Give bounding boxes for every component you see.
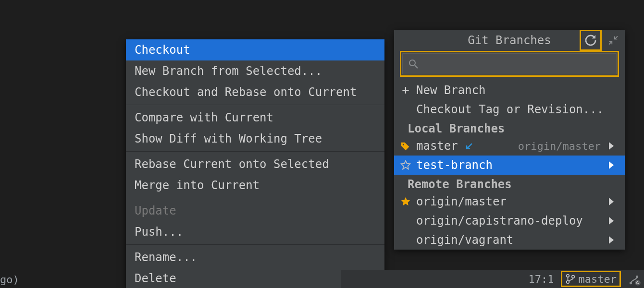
remote-branch-origin-capistrano-deploy[interactable]: origin/capistrano-deploy [394,211,625,230]
svg-point-4 [566,281,569,284]
menu-item-label: Update [135,204,176,217]
star-filled-icon [399,196,412,207]
incoming-commits-icon [465,141,474,151]
line-column-indicator[interactable]: 17:1 [529,273,554,285]
menu-item-compare-with-current[interactable]: Compare with Current [126,107,384,128]
collapse-diagonal-icon [608,35,619,46]
menu-item-label: Push... [135,225,183,239]
menu-item-merge-into-current[interactable]: Merge into Current [126,175,384,196]
svg-point-6 [630,282,632,284]
search-icon [408,58,419,70]
branch-name: origin/vagrant [416,233,513,247]
menu-item-label: Delete [135,272,176,285]
menu-item-label: New Branch from Selected... [135,64,322,78]
git-branch-icon [565,274,576,284]
menu-item-label: Checkout and Rebase onto Current [135,85,357,99]
git-branches-header: Git Branches [394,30,625,51]
current-branch-indicator[interactable]: master [561,271,621,287]
local-branches-header: Local Branches [394,119,625,136]
action-label: New Branch [416,84,486,97]
chevron-right-icon [608,217,616,225]
svg-point-0 [409,60,415,66]
branch-name: origin/master [416,195,507,208]
chevron-right-icon [608,142,616,150]
branch-search-input[interactable] [424,58,611,70]
menu-item-push[interactable]: Push... [126,221,384,242]
branch-name: test-branch [416,158,493,172]
menu-item-rebase-current-onto-selected[interactable]: Rebase Current onto Selected [126,154,384,175]
menu-item-checkout-rebase-onto-current[interactable]: Checkout and Rebase onto Current [126,82,384,103]
remote-branches-header: Remote Branches [394,175,625,192]
fetch-button[interactable] [580,30,602,51]
editor-text-fragment: go) [0,274,19,286]
svg-point-5 [571,276,574,278]
menu-item-label: Rename... [135,251,197,264]
branch-name: master [416,139,458,153]
branch-search-highlight [400,51,619,77]
git-branches-popup: Git Branches New Branch [394,30,625,250]
svg-line-1 [415,65,418,68]
chevron-right-icon [608,161,616,169]
branches-list: New Branch Checkout Tag or Revision... L… [394,81,625,250]
checkout-tag-action[interactable]: Checkout Tag or Revision... [394,100,625,119]
menu-separator [126,244,384,245]
menu-item-checkout[interactable]: Checkout [126,39,384,60]
menu-item-label: Checkout [135,43,190,57]
local-branch-master[interactable]: master origin/master [394,136,625,156]
chevron-right-icon [608,236,616,244]
svg-point-8 [635,280,641,286]
menu-item-label: Merge into Current [135,179,260,192]
action-label: Checkout Tag or Revision... [416,103,604,116]
menu-separator [126,105,384,105]
menu-item-label: Compare with Current [135,111,273,124]
menu-separator [126,151,384,152]
tracking-label: origin/master [518,140,601,152]
menu-item-update: Update [126,200,384,221]
status-bar: 17:1 master [341,270,644,288]
menu-item-label: Show Diff with Working Tree [135,132,322,145]
svg-point-7 [636,276,638,278]
menu-separator [126,198,384,198]
remote-branch-origin-vagrant[interactable]: origin/vagrant [394,230,625,250]
chevron-right-icon [608,198,616,205]
remote-branch-origin-master[interactable]: origin/master [394,192,625,211]
tag-icon [399,141,412,151]
local-branch-test-branch[interactable]: test-branch [394,156,625,175]
branch-name: origin/capistrano-deploy [416,214,583,228]
menu-item-new-branch-from-selected[interactable]: New Branch from Selected... [126,60,384,82]
restore-popup-size-button[interactable] [607,34,620,47]
menu-item-show-diff-working-tree[interactable]: Show Diff with Working Tree [126,128,384,149]
svg-point-3 [566,275,569,277]
menu-item-label: Rebase Current onto Selected [135,157,329,171]
branch-search-box[interactable] [402,53,617,74]
current-branch-name: master [579,273,617,285]
star-outline-icon [399,160,412,170]
svg-point-2 [403,144,404,145]
commit-indicator-icon[interactable] [628,273,640,285]
branch-context-menu: Checkout New Branch from Selected... Che… [126,39,384,288]
new-branch-action[interactable]: New Branch [394,81,625,100]
plus-icon [399,85,412,95]
refresh-icon [583,33,598,48]
menu-item-rename[interactable]: Rename... [126,247,384,268]
git-branches-title: Git Branches [468,34,551,47]
